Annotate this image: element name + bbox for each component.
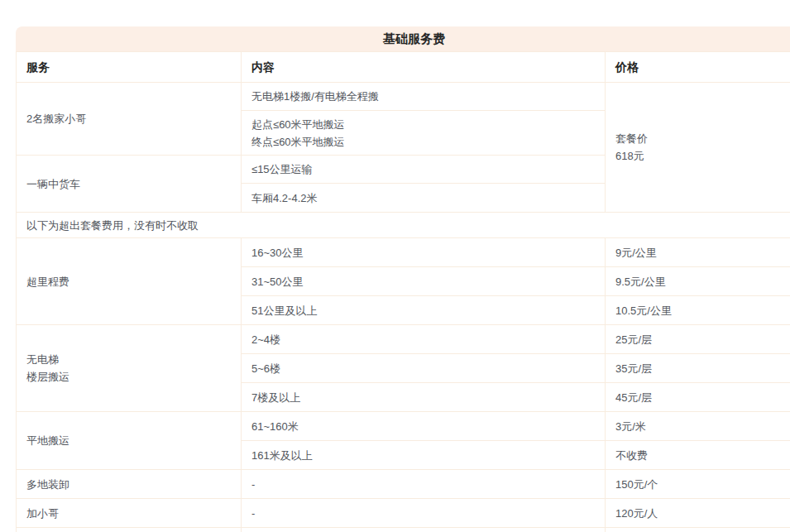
price-cell: 10.5元/公里 xyxy=(606,296,790,325)
content-cell: 161米及以上 xyxy=(242,441,606,470)
col-header-price: 价格 xyxy=(606,52,790,83)
content-cell: 51公里及以上 xyxy=(242,296,606,325)
service-cell-multi-stop: 多地装卸 xyxy=(17,470,242,499)
price-cell: 不收费 xyxy=(606,441,790,470)
service-cell-extra-mover: 加小哥 xyxy=(17,499,242,528)
col-header-content: 内容 xyxy=(242,52,606,83)
content-cell: ≤15公里运输 xyxy=(242,156,606,184)
service-cell-movers: 2名搬家小哥 xyxy=(17,83,242,156)
table-row: 超里程费 16~30公里 9元/公里 xyxy=(17,238,790,267)
content-cell: 起点≤60米平地搬运 终点≤60米平地搬运 xyxy=(242,111,606,156)
service-cell-flat: 平地搬运 xyxy=(17,412,242,470)
content-cell: 16~30公里 xyxy=(242,238,606,267)
pricing-card: 基础服务费 服务 内容 价格 2名搬家小哥 无电梯1楼搬/有电梯全程搬 套餐价 … xyxy=(16,26,790,532)
col-header-service: 服务 xyxy=(17,52,242,83)
pricing-table: 服务 内容 价格 2名搬家小哥 无电梯1楼搬/有电梯全程搬 套餐价 618元 起… xyxy=(16,51,790,532)
content-cell: 无电梯1楼搬/有电梯全程搬 xyxy=(242,83,606,111)
content-cell: 31~50公里 xyxy=(242,267,606,296)
price-cell: 3元/米 xyxy=(606,412,790,441)
price-cell: 35元/层 xyxy=(606,354,790,383)
price-cell: 150元/个 xyxy=(606,470,790,499)
column-header-row: 服务 内容 价格 xyxy=(17,52,790,83)
table-row: 无电梯 楼层搬运 2~4楼 25元/层 xyxy=(17,325,790,354)
notice-row: 以下为超出套餐费用，没有时不收取 xyxy=(17,213,790,238)
content-cell xyxy=(606,528,790,532)
price-cell: 45元/层 xyxy=(606,383,790,412)
table-row: 加小哥 - 120元/人 xyxy=(17,499,790,528)
content-cell xyxy=(242,528,606,532)
table-title: 基础服务费 xyxy=(16,26,790,51)
content-cell: 61~160米 xyxy=(242,412,606,441)
price-cell: 9元/公里 xyxy=(606,238,790,267)
table-row: 多地装卸 - 150元/个 xyxy=(17,470,790,499)
price-cell: 9.5元/公里 xyxy=(606,267,790,296)
price-cell: 25元/层 xyxy=(606,325,790,354)
content-cell: - xyxy=(242,499,606,528)
table-row: 2名搬家小哥 无电梯1楼搬/有电梯全程搬 套餐价 618元 xyxy=(17,83,790,111)
content-cell xyxy=(17,528,242,532)
service-cell-mileage: 超里程费 xyxy=(17,238,242,325)
table-row: 平地搬运 61~160米 3元/米 xyxy=(17,412,790,441)
page: 基础服务费 服务 内容 价格 2名搬家小哥 无电梯1楼搬/有电梯全程搬 套餐价 … xyxy=(0,0,790,532)
content-cell: 7楼及以上 xyxy=(242,383,606,412)
content-cell: - xyxy=(242,470,606,499)
service-cell-truck: 一辆中货车 xyxy=(17,156,242,213)
price-cell: 120元/人 xyxy=(606,499,790,528)
content-cell: 2~4楼 xyxy=(242,325,606,354)
price-cell-package: 套餐价 618元 xyxy=(606,83,790,213)
service-cell-stairs: 无电梯 楼层搬运 xyxy=(17,325,242,412)
content-cell: 5~6楼 xyxy=(242,354,606,383)
notice-text: 以下为超出套餐费用，没有时不收取 xyxy=(17,213,790,238)
content-cell: 车厢4.2-4.2米 xyxy=(242,184,606,213)
table-row-cutoff xyxy=(17,528,790,532)
